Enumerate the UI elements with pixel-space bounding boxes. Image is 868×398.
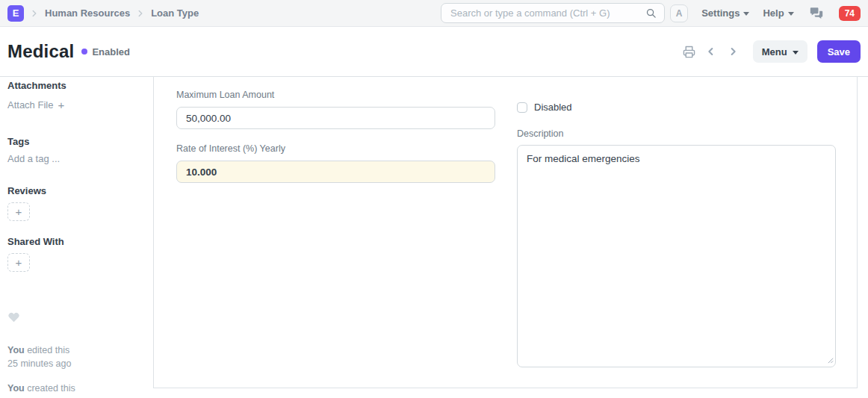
breadcrumb-module[interactable]: Human Resources <box>45 7 130 19</box>
share-button[interactable]: + <box>7 253 30 272</box>
form-column-right: Disabled Description For medical emergen… <box>517 90 836 388</box>
form-body: Maximum Loan Amount Rate of Interest (%)… <box>153 77 858 388</box>
rate-of-interest-label: Rate of Interest (%) Yearly <box>176 143 495 154</box>
chevron-right-icon <box>29 8 40 19</box>
menu-button-label: Menu <box>762 46 787 57</box>
add-review-button[interactable]: + <box>7 202 30 221</box>
rate-of-interest-input[interactable] <box>176 161 495 183</box>
like-button[interactable] <box>7 311 146 326</box>
chat-icon[interactable] <box>807 5 825 22</box>
timeline-entry: You created this 25 minutes ago <box>7 382 146 398</box>
plus-icon: + <box>16 256 22 269</box>
settings-label: Settings <box>701 7 740 19</box>
print-icon[interactable] <box>681 44 697 60</box>
attach-file-button[interactable]: Attach File + <box>7 99 146 111</box>
tags-section-title: Tags <box>7 136 146 147</box>
description-textarea[interactable]: For medical emergencies <box>517 145 836 367</box>
search-input[interactable] <box>450 7 644 19</box>
maximum-loan-amount-label: Maximum Loan Amount <box>176 90 495 100</box>
plus-icon: + <box>58 99 64 111</box>
chevron-down-icon <box>793 51 799 55</box>
status-dot-icon <box>81 49 87 55</box>
app-logo[interactable]: E <box>7 5 24 22</box>
timeline-who: You <box>7 383 25 394</box>
description-label: Description <box>517 128 836 139</box>
add-tag-input[interactable]: Add a tag ... <box>7 153 146 164</box>
timeline-when: 25 minutes ago <box>7 358 146 371</box>
save-button[interactable]: Save <box>817 40 861 63</box>
form-sidebar: Attachments Attach File + Tags Add a tag… <box>0 77 153 398</box>
reviews-section-title: Reviews <box>7 185 146 196</box>
page-header: Medical Enabled Menu Save <box>0 27 868 77</box>
page-title: Medical <box>7 41 74 62</box>
status-badge: Enabled <box>81 46 130 57</box>
maximum-loan-amount-input[interactable] <box>176 107 495 129</box>
menu-button[interactable]: Menu <box>753 40 807 63</box>
timeline-when: 25 minutes ago <box>7 396 146 398</box>
timeline-who: You <box>7 345 25 355</box>
status-label: Enabled <box>92 46 130 57</box>
chevron-down-icon <box>743 12 749 16</box>
attach-file-label: Attach File <box>7 99 53 111</box>
attachments-section-title: Attachments <box>7 80 146 91</box>
navbar: E Human Resources Loan Type A Settings H… <box>0 0 868 27</box>
disabled-checkbox-label[interactable]: Disabled <box>534 102 572 113</box>
settings-menu[interactable]: Settings <box>701 7 749 19</box>
timeline-action: edited this <box>27 345 69 355</box>
timeline-action: created this <box>27 383 75 394</box>
chevron-down-icon <box>788 12 794 16</box>
notification-badge[interactable]: 74 <box>839 6 861 21</box>
help-menu[interactable]: Help <box>763 7 793 19</box>
timeline-entry: You edited this 25 minutes ago <box>7 344 146 370</box>
user-avatar[interactable]: A <box>670 4 688 22</box>
chevron-right-icon <box>135 8 146 19</box>
breadcrumb-doctype[interactable]: Loan Type <box>151 7 199 19</box>
plus-icon: + <box>16 205 22 218</box>
search-icon <box>644 6 658 20</box>
next-document-icon[interactable] <box>725 44 740 59</box>
global-search[interactable] <box>441 3 665 23</box>
shared-with-section-title: Shared With <box>7 236 146 247</box>
help-label: Help <box>763 7 784 19</box>
disabled-checkbox[interactable] <box>517 102 527 113</box>
prev-document-icon[interactable] <box>704 44 719 59</box>
form-column-left: Maximum Loan Amount Rate of Interest (%)… <box>176 90 495 388</box>
heart-icon <box>7 311 20 323</box>
